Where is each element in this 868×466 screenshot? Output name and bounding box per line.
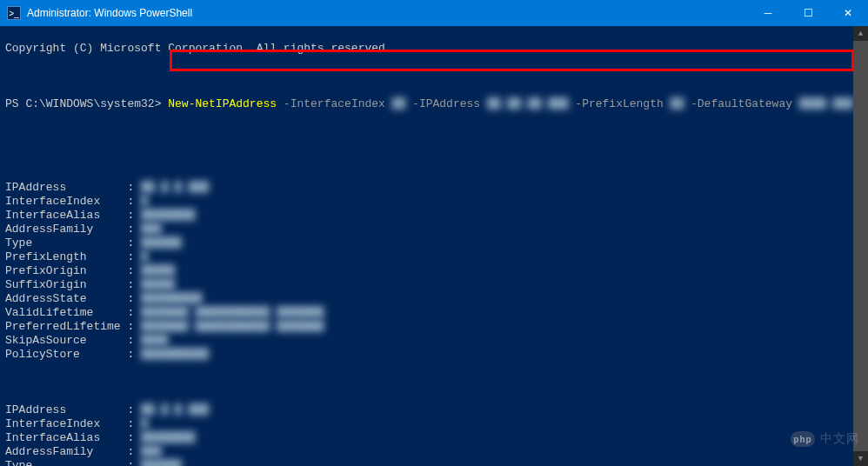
value-defaultgateway: ████.███ (799, 97, 853, 111)
command-line: PS C:\WINDOWS\system32> New-NetIPAddress… (5, 97, 863, 111)
output-label: PolicyStore : (5, 348, 141, 361)
output-row: SuffixOrigin : █████ (5, 278, 863, 292)
window-title: Administrator: Windows PowerShell (27, 7, 192, 19)
output-label: AddressFamily : (5, 445, 141, 458)
output-row: ValidLifetime : ███████ ███████████ ████… (5, 306, 863, 320)
powershell-icon: >_ (7, 6, 21, 20)
output-row: AddressFamily : ███ (5, 223, 863, 236)
output-label: PreferredLifetime : (5, 320, 141, 333)
output-row: InterfaceAlias : ████████ (5, 209, 863, 223)
output-value: ███████ ███████████ ███████ (141, 320, 324, 334)
watermark: php 中文网 (791, 431, 859, 447)
output-label: IPAddress : (5, 181, 141, 194)
output-row: PrefixLength : █ (5, 250, 863, 264)
output-value: ████ (141, 334, 168, 348)
output-row: PolicyStore : ██████████ (5, 348, 863, 362)
value-interfaceindex: ██ (392, 97, 406, 111)
output-value: ██████████ (141, 348, 209, 362)
output-row: AddressState : █████████ (5, 292, 863, 306)
output-value: ██████ (141, 236, 182, 250)
powershell-icon-glyph: >_ (9, 9, 18, 18)
value-prefixlength: ██ (671, 97, 684, 111)
output-value: ████████ (141, 431, 195, 445)
output-value: █████ (141, 264, 175, 278)
output-label: InterfaceAlias : (5, 431, 141, 444)
terminal-output[interactable]: Copyright (C) Microsoft Corporation. All… (0, 26, 868, 466)
maximize-button[interactable]: ☐ (788, 0, 828, 26)
output-row: InterfaceIndex : █ (5, 195, 863, 209)
value-ipaddress: ██.██.██.███ (487, 97, 569, 111)
output-row: PrefixOrigin : █████ (5, 264, 863, 278)
output-row: IPAddress : ██.█.█.███ (5, 403, 863, 417)
output-label: InterfaceIndex : (5, 417, 141, 430)
output-row: AddressFamily : ███ (5, 445, 863, 459)
output-row: Type : ██████ (5, 459, 863, 466)
param-prefixlength: -PrefixLength (569, 97, 671, 110)
output-value: ███ (141, 223, 161, 236)
output-value: █ (141, 417, 148, 431)
output-label: InterfaceIndex : (5, 195, 141, 208)
output-value: █████ (141, 278, 175, 292)
scrollbar-up-arrow[interactable]: ▲ (853, 26, 868, 41)
output-row: IPAddress : ██.█.█.███ (5, 181, 863, 195)
output-value: ██.█.█.███ (141, 181, 209, 195)
output-row: PreferredLifetime : ███████ ███████████ … (5, 320, 863, 334)
window-controls: ─ ☐ ✕ (748, 0, 868, 26)
titlebar-left: >_ Administrator: Windows PowerShell (0, 6, 192, 20)
output-row: SkipAsSource : ████ (5, 334, 863, 348)
output-value: ██████ (141, 459, 182, 466)
output-label: AddressFamily : (5, 223, 141, 236)
scrollbar-thumb[interactable] (853, 41, 868, 451)
output-value: █████████ (141, 292, 202, 306)
output-row: Type : ██████ (5, 236, 863, 250)
output-label: PrefixOrigin : (5, 264, 141, 277)
cmdlet-name: New-NetIPAddress (168, 97, 277, 110)
copyright-line: Copyright (C) Microsoft Corporation. All… (5, 42, 863, 56)
output-row: InterfaceAlias : ████████ (5, 431, 863, 445)
param-ipaddress: -IPAddress (405, 97, 487, 110)
output-value: ███ (141, 445, 161, 459)
output-label: PrefixLength : (5, 250, 141, 263)
output-label: ValidLifetime : (5, 306, 141, 319)
param-interfaceindex: -InterfaceIndex (277, 97, 392, 110)
minimize-button[interactable]: ─ (748, 0, 788, 26)
output-value: ██.█.█.███ (141, 403, 209, 417)
output-value: ████████ (141, 209, 195, 223)
output-label: SkipAsSource : (5, 334, 141, 347)
scrollbar-down-arrow[interactable]: ▼ (853, 451, 868, 466)
output-label: SuffixOrigin : (5, 278, 141, 291)
watermark-logo: php (791, 431, 815, 447)
watermark-text: 中文网 (820, 431, 859, 447)
output-label: Type : (5, 459, 141, 466)
prompt: PS C:\WINDOWS\system32> (5, 97, 168, 110)
window-titlebar: >_ Administrator: Windows PowerShell ─ ☐… (0, 0, 868, 26)
output-value: ███████ ███████████ ███████ (141, 306, 324, 320)
vertical-scrollbar[interactable]: ▲ ▼ (853, 26, 868, 466)
output-label: Type : (5, 236, 141, 250)
output-label: IPAddress : (5, 403, 141, 416)
close-button[interactable]: ✕ (828, 0, 868, 26)
output-value: █ (141, 250, 148, 264)
output-row: InterfaceIndex : █ (5, 417, 863, 431)
param-defaultgateway: -DefaultGateway (684, 97, 799, 110)
output-label: InterfaceAlias : (5, 209, 141, 222)
output-label: AddressState : (5, 292, 141, 305)
output-value: █ (141, 195, 148, 209)
